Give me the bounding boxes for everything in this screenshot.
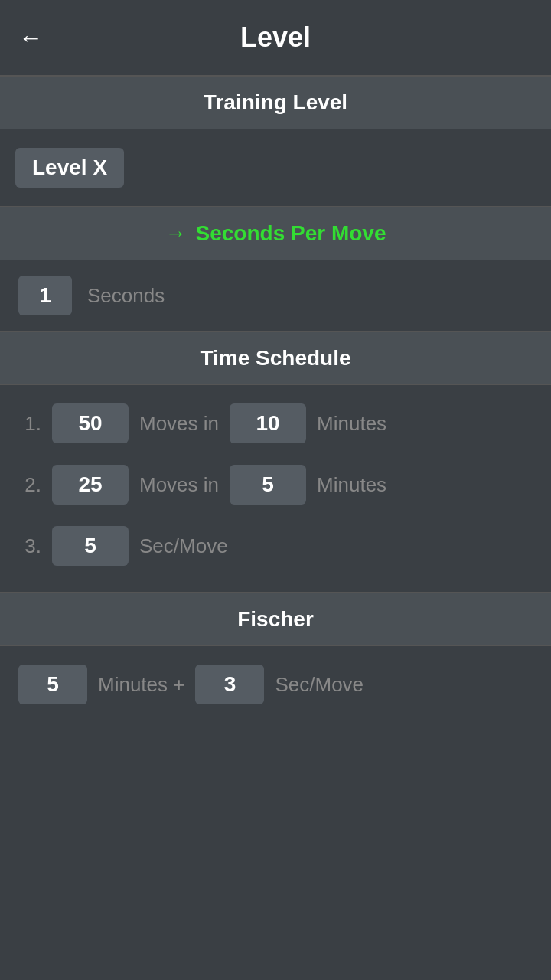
row1-time-label: Minutes: [317, 412, 386, 436]
spm-arrow-icon: →: [165, 221, 187, 246]
row-num-2: 2.: [18, 473, 41, 497]
row1-time-value[interactable]: 10: [230, 403, 306, 443]
row1-moves-value[interactable]: 50: [52, 403, 129, 443]
schedule-row-2: 2. 25 Moves in 5 Minutes: [18, 454, 533, 515]
training-level-section-bar: Training Level: [0, 76, 551, 129]
level-row: Level X: [0, 129, 551, 206]
row3-moves-value[interactable]: 5: [52, 526, 129, 566]
row1-moves-label: Moves in: [139, 412, 219, 436]
page-title: Level: [240, 21, 311, 54]
row-num-1: 1.: [18, 412, 41, 436]
header: ← Level: [0, 0, 551, 75]
fischer-section-bar: Fischer: [0, 593, 551, 646]
seconds-unit-label: Seconds: [87, 284, 165, 308]
row2-moves-label: Moves in: [139, 473, 219, 497]
seconds-value[interactable]: 1: [18, 276, 72, 315]
row2-time-value[interactable]: 5: [230, 465, 306, 505]
spm-label: Seconds Per Move: [196, 221, 386, 246]
fischer-minutes-label: Minutes +: [98, 673, 184, 697]
time-schedule-section-bar: Time Schedule: [0, 332, 551, 385]
fischer-row: 5 Minutes + 3 Sec/Move: [18, 654, 533, 715]
time-schedule-section: 1. 50 Moves in 10 Minutes 2. 25 Moves in…: [0, 385, 551, 592]
seconds-row: 1 Seconds: [0, 260, 551, 331]
row-num-3: 3.: [18, 534, 41, 558]
fischer-section: 5 Minutes + 3 Sec/Move: [0, 646, 551, 738]
level-badge[interactable]: Level X: [15, 148, 124, 188]
row3-moves-label: Sec/Move: [139, 534, 228, 558]
row2-moves-value[interactable]: 25: [52, 465, 129, 505]
seconds-per-move-bar[interactable]: → Seconds Per Move: [0, 207, 551, 260]
row2-time-label: Minutes: [317, 473, 386, 497]
back-button[interactable]: ←: [18, 24, 43, 52]
fischer-sec-value[interactable]: 3: [195, 665, 264, 704]
schedule-row-1: 1. 50 Moves in 10 Minutes: [18, 393, 533, 454]
schedule-row-3: 3. 5 Sec/Move: [18, 515, 533, 577]
fischer-minutes-value[interactable]: 5: [18, 665, 87, 704]
fischer-sec-label: Sec/Move: [275, 673, 364, 697]
